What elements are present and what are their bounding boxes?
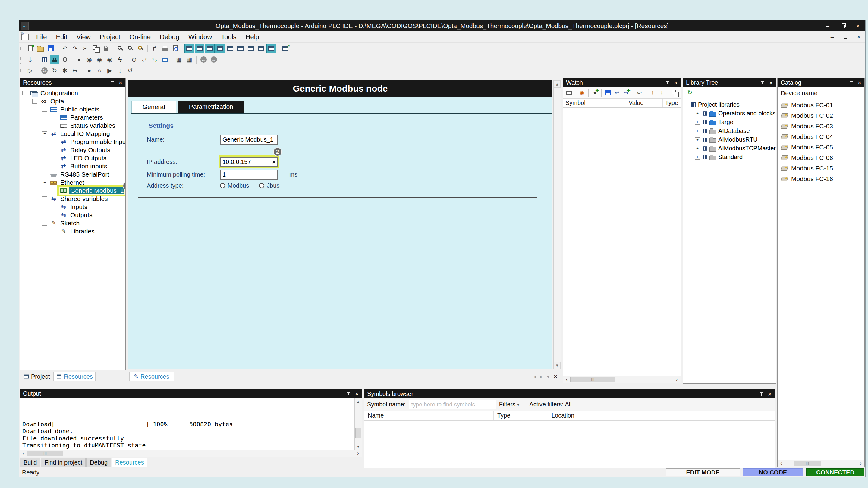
close-icon[interactable]: × bbox=[769, 79, 773, 86]
toolbar-button-simulation-mode[interactable] bbox=[60, 55, 70, 64]
toolbar-button-cross-reference-window[interactable] bbox=[246, 44, 255, 53]
pin-icon[interactable] bbox=[347, 391, 350, 395]
scroll-thumb[interactable]: ||| bbox=[570, 377, 615, 382]
toolbar-button-compile-all[interactable]: ◉ bbox=[105, 55, 115, 64]
toolbar-button-output-window[interactable] bbox=[195, 44, 204, 53]
tree-expander[interactable]: − bbox=[42, 131, 47, 136]
library-item-operators-and-blocks[interactable]: + Operators and blocks bbox=[685, 109, 776, 118]
tree-item-shared-variables[interactable]: − ⇆ Shared variables bbox=[20, 195, 125, 203]
output-vertical-scrollbar[interactable]: ▴ ≡ ▾ bbox=[354, 398, 362, 450]
scroll-left-icon[interactable]: ‹ bbox=[563, 376, 570, 383]
catalog-item-modbus-fc-03[interactable]: Modbus FC-03 bbox=[778, 121, 864, 131]
document-vertical-scrollbar[interactable]: ▴ ▾ bbox=[553, 80, 561, 369]
toolbar-button-download-code[interactable]: ↧ bbox=[25, 55, 35, 64]
filters-button[interactable]: Filters ▾ bbox=[499, 401, 519, 408]
column-value[interactable]: Value bbox=[626, 98, 663, 107]
catalog-item-modbus-fc-02[interactable]: Modbus FC-02 bbox=[778, 110, 864, 121]
tree-expander[interactable]: − bbox=[42, 180, 47, 185]
scroll-right-icon[interactable]: › bbox=[354, 450, 362, 457]
tree-expander[interactable]: + bbox=[695, 146, 700, 151]
toolbar-button-grid-edit[interactable]: ▦ bbox=[184, 55, 194, 64]
output-horizontal-scrollbar[interactable]: ‹ ||| › bbox=[20, 450, 362, 457]
pin-icon[interactable] bbox=[760, 392, 763, 396]
tree-item-relay-outputs[interactable]: ⇄ Relay Outputs bbox=[20, 146, 125, 154]
pin-icon[interactable] bbox=[665, 80, 669, 85]
watch-button-load-watchlist[interactable]: ↩ bbox=[613, 89, 621, 97]
tree-expander[interactable]: + bbox=[695, 137, 700, 142]
catalog-item-modbus-fc-15[interactable]: Modbus FC-15 bbox=[778, 163, 864, 173]
watch-button-move-up[interactable]: ↑ bbox=[648, 89, 657, 97]
scroll-down-icon[interactable]: ▾ bbox=[554, 362, 561, 369]
scroll-left-icon[interactable]: ‹ bbox=[778, 460, 785, 466]
tree-expander[interactable]: − bbox=[42, 196, 47, 201]
name-input[interactable]: Generic Modbus_1 bbox=[220, 135, 278, 144]
tree-item-inputs[interactable]: ⇆ Inputs bbox=[20, 203, 125, 211]
column-name[interactable]: Name bbox=[364, 411, 494, 420]
menu-view[interactable]: View bbox=[72, 31, 95, 42]
library-item-aidatabase[interactable]: + AIDatabase bbox=[685, 127, 776, 135]
toolbar-button-redo[interactable]: ↷ bbox=[70, 44, 80, 53]
radio-icon[interactable] bbox=[220, 183, 225, 188]
tree-expander[interactable]: + bbox=[695, 155, 700, 160]
tab-scroll-left-icon[interactable]: ◂ bbox=[533, 373, 536, 380]
toolbar-button-live-trigger[interactable]: ↺ bbox=[125, 66, 135, 75]
menu-debug[interactable]: Debug bbox=[155, 31, 184, 42]
restore-button[interactable] bbox=[835, 21, 850, 31]
column-type[interactable]: Type bbox=[663, 98, 681, 107]
toolbar-button-memory-view[interactable] bbox=[160, 55, 170, 64]
toolbar-button-detach-window[interactable]: ↗ bbox=[281, 44, 290, 53]
catalog-item-modbus-fc-04[interactable]: Modbus FC-04 bbox=[778, 131, 864, 142]
doc-tab-general[interactable]: General bbox=[131, 101, 176, 113]
minimize-button[interactable]: – bbox=[820, 21, 835, 31]
polling-time-input[interactable]: 1 bbox=[220, 170, 278, 180]
toolbar-button-find-in-project[interactable] bbox=[135, 44, 145, 53]
close-icon[interactable]: × bbox=[119, 79, 122, 86]
tree-item-libraries[interactable]: ✎ Libraries bbox=[20, 227, 125, 235]
watch-button-add-item[interactable]: ● ✚ bbox=[591, 89, 599, 97]
scroll-up-icon[interactable]: ▴ bbox=[554, 80, 561, 88]
toolbar-button-identifiers-window[interactable] bbox=[256, 44, 266, 53]
doc-tab-parametrization[interactable]: Parametrization bbox=[178, 101, 244, 113]
tree-item-sketch[interactable]: − ✎ Sketch bbox=[20, 219, 125, 227]
close-button[interactable]: × bbox=[850, 21, 865, 31]
toolbar-button-connect[interactable] bbox=[50, 55, 59, 64]
toolbar-button-record[interactable]: ● bbox=[84, 66, 94, 75]
toolbar-button-run-source[interactable]: ↻ bbox=[50, 66, 59, 75]
tree-expander[interactable]: − bbox=[42, 107, 47, 112]
toolbar-button-properties-window[interactable] bbox=[236, 44, 245, 53]
panel-tab-resources[interactable]: Resources bbox=[53, 372, 96, 381]
tab-scroll-right-icon[interactable]: ▸ bbox=[540, 373, 543, 380]
close-icon[interactable]: × bbox=[858, 79, 861, 86]
mdi-restore-button[interactable] bbox=[839, 33, 852, 41]
mdi-minimize-button[interactable]: – bbox=[826, 33, 839, 41]
output-tab-build[interactable]: Build bbox=[20, 458, 40, 467]
toolbar-button-library-window[interactable] bbox=[215, 44, 225, 53]
radio-option-jbus[interactable]: Jbus bbox=[259, 182, 279, 189]
toolbar-button-print[interactable] bbox=[160, 44, 170, 53]
tree-item-programmable-inputs[interactable]: ⇄ Programmable Inputs bbox=[20, 138, 125, 146]
tree-item-local-io-mapping[interactable]: − ⇄ Local IO Mapping bbox=[20, 130, 125, 138]
symbol-search-input[interactable]: type here to find symbols bbox=[409, 400, 496, 409]
toolbar-button-cut[interactable]: ✂ bbox=[81, 44, 90, 53]
toolbar-button-watch-window[interactable] bbox=[205, 44, 215, 53]
tree-item-ethernet[interactable]: − Ethernet bbox=[20, 178, 125, 187]
toolbar-button-undo[interactable]: ↶ bbox=[60, 44, 70, 53]
toolbar-button-simulation-run[interactable]: ▷ bbox=[25, 66, 35, 75]
scroll-left-icon[interactable]: ‹ bbox=[20, 450, 27, 457]
tab-list-icon[interactable]: ▾ bbox=[547, 373, 550, 380]
tree-item-rs485-serialport[interactable]: RS485 SerialPort bbox=[20, 170, 125, 178]
scroll-up-icon[interactable]: ▴ bbox=[355, 398, 362, 405]
close-icon[interactable]: × bbox=[768, 391, 772, 397]
watch-button-watch-grid[interactable] bbox=[564, 89, 573, 97]
library-item-standard[interactable]: + Standard bbox=[685, 153, 776, 161]
toolbar-button-save-project[interactable] bbox=[46, 44, 56, 53]
catalog-item-modbus-fc-16[interactable]: Modbus FC-16 bbox=[778, 173, 864, 184]
tree-item-led-outputs[interactable]: ⇄ LED Outputs bbox=[20, 154, 125, 162]
tree-expander[interactable]: − bbox=[42, 221, 47, 226]
toolbar-button-run-target[interactable]: ↻ bbox=[39, 66, 49, 75]
toolbar-button-board-setup[interactable] bbox=[39, 55, 49, 64]
toolbar-button-compile[interactable]: ◉ bbox=[84, 55, 94, 64]
ip-address-input[interactable]: 10.0.0.157 × bbox=[220, 157, 278, 167]
toolbar-button-nav-forward[interactable]: → bbox=[209, 55, 218, 64]
tree-expander[interactable]: + bbox=[695, 120, 700, 125]
